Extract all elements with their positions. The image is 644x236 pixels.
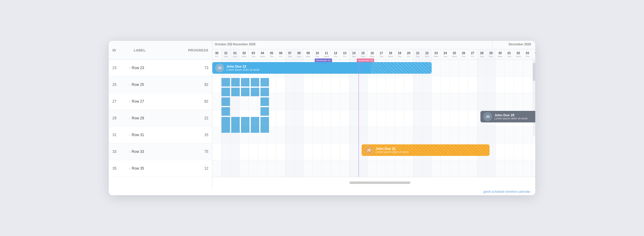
day-cell-10: 09 Mon <box>304 49 313 59</box>
day-name-10: Mon <box>306 55 311 58</box>
left-row-29: 29 › Row 29 22 <box>109 110 212 127</box>
vscrollbar-thumb[interactable] <box>533 63 535 81</box>
timeline-cell-r29-d11 <box>313 110 322 127</box>
timeline-cell-r29-d27 <box>459 110 468 127</box>
timeline-cell-r35-d22 <box>413 160 423 177</box>
timeline-cell-r31-d17 <box>368 127 377 143</box>
day-cell-34: 03 Thu <box>523 49 532 59</box>
timeline-cell-r31-d29 <box>477 127 487 143</box>
timeline-cell-r25-d28 <box>468 76 477 93</box>
svg-rect-21 <box>241 124 249 133</box>
timeline-cell-r31-d18 <box>377 127 386 143</box>
row-progress-29: 22 <box>187 116 208 120</box>
bar-33-text: John Doe 33 Lorem ipsum dolor sit amet <box>376 147 409 153</box>
day-name-23: Sun <box>425 55 429 58</box>
expand-icon-31[interactable]: › <box>129 133 130 137</box>
timeline-cell-r29-d21 <box>404 110 413 127</box>
horizontal-scrollbar[interactable] <box>349 181 410 184</box>
timeline-cell-r27-d22 <box>413 93 423 110</box>
gantt-container: ID Label Progress 23 › Row 23 73 25 › Ro… <box>109 41 535 188</box>
row-progress-35: 12 <box>187 166 208 171</box>
timeline-cell-r31-d21 <box>404 127 413 143</box>
left-row-23: 23 › Row 23 73 <box>109 60 212 76</box>
timeline-cell-r35-d31 <box>496 160 505 177</box>
scrollbar-thumb[interactable] <box>349 181 410 184</box>
gantt-bar-29[interactable]: JD John Doe 29 Lorem ipsum dolor sit ame… <box>480 111 535 122</box>
timeline-scroll: October 202 November 2020 December 2020 … <box>212 41 535 188</box>
timeline-cell-r25-d31 <box>496 76 505 93</box>
timeline-cell-r27-d9 <box>295 93 304 110</box>
expand-icon-29[interactable]: › <box>129 117 130 120</box>
timeline-cell-r29-d7 <box>276 110 285 127</box>
day-cell-11: 10 Tue <box>313 49 322 59</box>
day-name-17: Mon <box>370 55 375 58</box>
timeline-cell-r25-d13 <box>331 76 340 93</box>
timeline-cell-r35-d20 <box>395 160 404 177</box>
day-cell-31: 30 Mon <box>496 49 505 59</box>
day-name-26: Wed <box>452 55 457 58</box>
timeline-cell-r23-d27 <box>459 60 468 76</box>
expand-icon-23[interactable]: › <box>129 66 130 70</box>
timeline-cell-r35-d15 <box>349 160 359 177</box>
day-cell-27: 26 Thu <box>459 49 468 59</box>
timeline-cell-r31-d20 <box>395 127 404 143</box>
timeline-cell-r35-d2 <box>231 160 240 177</box>
timeline-cell-r29-d10 <box>304 110 313 127</box>
bar-23-title: John Doe 23 <box>226 65 260 68</box>
svg-rect-10 <box>221 97 230 106</box>
right-panel[interactable]: October 202 November 2020 December 2020 … <box>212 41 535 188</box>
day-header: Bookmark 32 Bookmark 29 30 Fri 31 Sat 01… <box>212 49 535 60</box>
timeline-cell-r33-d15 <box>349 143 359 160</box>
left-row-35: 35 › Row 35 12 <box>109 160 212 177</box>
timeline-cell-r25-d23 <box>423 76 432 93</box>
timeline-cell-r35-d12 <box>322 160 331 177</box>
timeline-cell-r23-d31 <box>496 60 505 76</box>
bar-29-text: John Doe 29 Lorem ipsum dolor sit amet <box>494 113 528 120</box>
timeline-cell-r27-d18 <box>377 93 386 110</box>
timeline-cell-r31-d30 <box>487 127 496 143</box>
timeline-cell-r23-d26 <box>450 60 459 76</box>
expand-icon-35[interactable]: › <box>129 167 130 170</box>
day-name-22: Sat <box>416 55 419 58</box>
svg-rect-0 <box>221 78 230 86</box>
row-id-27: 27 <box>112 99 128 104</box>
vertical-scrollbar[interactable] <box>533 60 535 136</box>
timeline-cell-r31-d12 <box>322 127 331 143</box>
gantt-bar-23[interactable]: JD John Doe 23 Lorem ipsum dolor sit ame… <box>212 62 432 74</box>
expand-icon-33[interactable]: › <box>129 150 130 153</box>
row-progress-33: 75 <box>187 150 208 154</box>
timeline-cell-r29-d14 <box>340 110 349 127</box>
expand-icon-27[interactable]: › <box>129 100 130 103</box>
timeline-cell-r29-d0 <box>212 110 221 127</box>
day-cell-12: 11 Wed <box>322 49 331 59</box>
svg-rect-22 <box>251 124 259 133</box>
expand-icon-25[interactable]: › <box>129 83 130 86</box>
row-progress-27: 82 <box>187 99 208 104</box>
timeline-cell-r33-d35 <box>532 143 535 160</box>
timeline-cell-r25-d29 <box>477 76 487 93</box>
left-panel: ID Label Progress 23 › Row 23 73 25 › Ro… <box>109 41 212 188</box>
timeline-cell-r27-d34 <box>523 93 532 110</box>
day-num-3: 02 <box>242 51 246 55</box>
timeline-cell-r29-d19 <box>386 110 395 127</box>
row-label-29: › Row 29 <box>128 116 187 120</box>
day-num-27: 26 <box>462 51 465 55</box>
gantt-bar-33[interactable]: JD John Doe 33 Lorem ipsum dolor sit ame… <box>362 144 490 156</box>
day-cell-5: 04 Wed <box>258 49 267 59</box>
svg-rect-11 <box>260 97 269 106</box>
timeline-cell-r25-d27 <box>459 76 468 93</box>
timeline-cell-r25-d32 <box>505 76 514 93</box>
timeline-cell-r31-d26 <box>450 127 459 143</box>
id-column-header: ID <box>112 48 128 52</box>
day-cell-28: 27 Fri <box>468 49 477 59</box>
timeline-cell-r35-d18 <box>377 160 386 177</box>
footer-brand: gantt-schedule-timeline-calendar <box>109 188 535 195</box>
day-num-19: 18 <box>389 51 392 55</box>
svg-rect-17 <box>251 117 259 125</box>
day-num-24: 23 <box>434 51 438 55</box>
timeline-cell-r31-d13 <box>331 127 340 143</box>
day-cell-26: 25 Wed <box>450 49 459 59</box>
timeline-cell-r35-d14 <box>340 160 349 177</box>
timeline-cell-r27-d14 <box>340 93 349 110</box>
bar-23-text: John Doe 23 Lorem ipsum dolor sit amet <box>226 65 260 71</box>
